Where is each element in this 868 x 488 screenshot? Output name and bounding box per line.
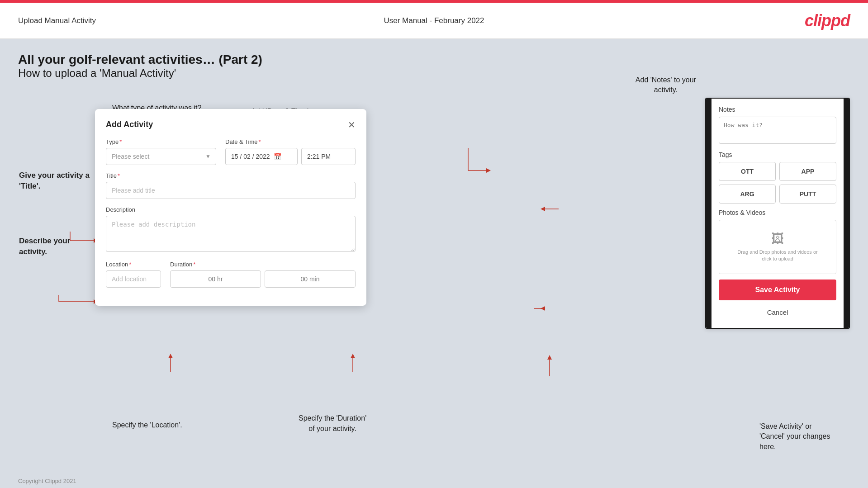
tags-label: Tags	[719, 151, 836, 158]
description-textarea[interactable]	[106, 216, 356, 252]
phone-panel: Notes Tags OTT APP ARG PUTT Photos & Vid…	[705, 98, 850, 329]
main-content: All your golf-relevant activities… (Part…	[0, 39, 868, 488]
heading-1: All your golf-relevant activities… (Part…	[18, 52, 850, 67]
page-heading: All your golf-relevant activities… (Part…	[18, 52, 850, 80]
tag-ott[interactable]: OTT	[719, 162, 776, 181]
add-activity-modal: Add Activity ✕ Type* Please select ▼ Dat…	[95, 109, 366, 306]
tag-arg[interactable]: ARG	[719, 185, 776, 204]
duration-label: Duration*	[170, 261, 356, 268]
phone-right-border	[844, 99, 849, 328]
notes-textarea[interactable]	[719, 117, 836, 144]
page-title: Upload Manual Activity	[18, 16, 96, 25]
header: Upload Manual Activity User Manual - Feb…	[0, 3, 868, 39]
notes-label: Notes	[719, 106, 836, 113]
phone-left-border	[706, 99, 711, 328]
time-input[interactable]	[301, 148, 356, 165]
location-input[interactable]	[106, 270, 161, 288]
svg-marker-16	[486, 168, 491, 173]
tags-grid: OTT APP ARG PUTT	[719, 162, 836, 204]
date-input[interactable]: 15 / 02 / 2022 📅	[225, 148, 298, 165]
type-label: Type*	[106, 138, 216, 145]
duration-field-group: Duration*	[170, 261, 356, 288]
save-activity-button[interactable]: Save Activity	[719, 280, 836, 300]
cancel-button[interactable]: Cancel	[719, 304, 836, 321]
photos-label: Photos & Videos	[719, 209, 836, 216]
upload-area[interactable]: 🖼 Drag and Drop photos and videos or cli…	[719, 220, 836, 274]
location-duration-row: Location* Duration*	[106, 261, 356, 288]
type-datetime-row: Type* Please select ▼ Date & Time* 15 / …	[106, 138, 356, 165]
description-label: Description	[106, 206, 356, 213]
logo: clippd	[805, 11, 850, 30]
duration-hr-input[interactable]	[170, 270, 261, 288]
annotation-notes: Add 'Notes' to your activity.	[636, 75, 696, 95]
tag-app[interactable]: APP	[779, 162, 836, 181]
annotation-describe: Describe your activity.	[19, 236, 70, 257]
annotation-give-title: Give your activity a 'Title'.	[19, 170, 90, 192]
svg-marker-20	[541, 306, 545, 311]
annotation-location: Specify the 'Location'.	[112, 421, 182, 429]
annotation-save: 'Save Activity' or 'Cancel' your changes…	[759, 422, 854, 452]
heading-2: How to upload a 'Manual Activity'	[18, 67, 850, 80]
datetime-label: Date & Time*	[225, 138, 356, 145]
duration-inputs	[170, 270, 356, 288]
phone-inner: Notes Tags OTT APP ARG PUTT Photos & Vid…	[711, 99, 844, 328]
type-select-wrapper: Please select ▼	[106, 148, 216, 165]
location-label: Location*	[106, 261, 161, 268]
datetime-inputs: 15 / 02 / 2022 📅	[225, 148, 356, 165]
svg-marker-11	[168, 354, 173, 358]
location-field-group: Location*	[106, 261, 161, 288]
title-label: Title*	[106, 172, 356, 179]
modal-close-button[interactable]: ✕	[348, 120, 356, 129]
footer: Copyright Clippd 2021	[18, 478, 76, 484]
svg-marker-22	[547, 355, 552, 360]
header-subtitle: User Manual - February 2022	[384, 16, 484, 25]
tag-putt[interactable]: PUTT	[779, 185, 836, 204]
modal-header: Add Activity ✕	[106, 120, 356, 129]
title-input[interactable]	[106, 182, 356, 199]
upload-text: Drag and Drop photos and videos or click…	[726, 249, 829, 263]
type-select[interactable]: Please select	[106, 148, 216, 165]
duration-min-input[interactable]	[265, 270, 356, 288]
annotation-duration: Specify the 'Duration' of your activity.	[299, 413, 366, 434]
description-field-group: Description	[106, 206, 356, 254]
calendar-icon: 📅	[274, 153, 281, 160]
type-field-group: Type* Please select ▼	[106, 138, 216, 165]
modal-title: Add Activity	[106, 120, 153, 129]
svg-marker-18	[541, 207, 545, 211]
upload-icon: 🖼	[726, 231, 829, 246]
svg-marker-13	[351, 354, 355, 358]
title-field-group: Title*	[106, 172, 356, 199]
datetime-field-group: Date & Time* 15 / 02 / 2022 📅	[225, 138, 356, 165]
